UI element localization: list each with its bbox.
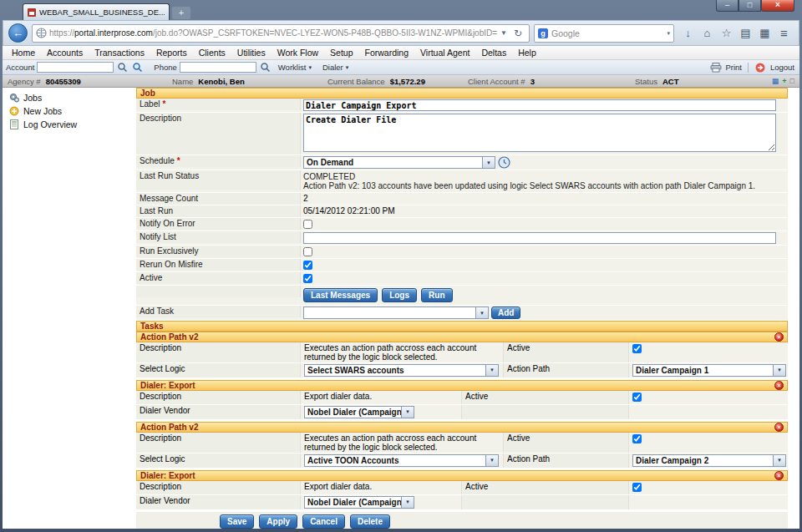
back-button[interactable]: ← [8,23,28,43]
minimize-button[interactable]: – [716,0,739,12]
reload-icon[interactable]: ↻ [510,28,525,39]
maximize-button[interactable]: □ [739,0,761,12]
menu-icon[interactable]: ≡ [774,24,794,43]
action-path-select[interactable]: Dialer Campaign 1▼ [632,364,786,377]
select-logic-select[interactable]: Active TOON Accounts▼ [304,454,499,467]
print-label[interactable]: Print [725,63,742,72]
task-active-checkbox[interactable] [632,483,642,492]
account-advanced-search-icon[interactable] [131,61,144,73]
balance-value: $1,572.29 [390,77,425,86]
message-count-value: 2 [303,194,308,203]
task-active-checkbox[interactable] [632,344,642,353]
menu-item-reports[interactable]: Reports [150,48,193,58]
dialer-vendor-select[interactable]: Nobel Dialer (Campaign 2)▼ [304,496,414,509]
apply-button[interactable]: Apply [259,514,297,529]
popout-icon[interactable]: □ [790,77,794,85]
search-input[interactable]: Google [551,28,663,38]
task-active-checkbox[interactable] [632,393,642,402]
menu-item-clients[interactable]: Clients [193,48,231,58]
active-checkbox[interactable] [303,274,312,283]
task-header: Action Path v2 × [136,332,788,342]
delete-button[interactable]: Delete [350,514,390,529]
grid-icon[interactable]: ▦ [772,77,779,85]
select-logic-select[interactable]: Select SWARS accounts▼ [304,364,499,377]
required-icon: * [162,99,165,109]
notify-list-input[interactable] [303,232,776,244]
notify-on-error-label: Notify On Error [136,218,301,230]
sidebar-item-new-jobs[interactable]: New Jobs [3,104,136,118]
add-task-select[interactable]: ▼ [303,307,489,319]
rerun-on-misfire-checkbox[interactable] [303,261,312,270]
task-description: Export dialer data. [301,391,462,404]
new-tab-button[interactable]: + [172,7,190,19]
delete-task-icon[interactable]: × [774,381,784,390]
notify-on-error-checkbox[interactable] [303,220,312,229]
add-task-button[interactable]: Add [491,307,520,319]
new-job-icon [9,106,19,116]
last-run-value: 05/14/2012 02:21:00 PM [303,206,395,215]
worklist-dropdown[interactable]: Worklist▾ [274,63,316,72]
menu-item-utilities[interactable]: Utilities [231,48,272,58]
save-button[interactable]: Save [220,514,254,529]
menu-item-forwarding[interactable]: Forwarding [359,48,415,58]
task-active-checkbox[interactable] [632,434,642,443]
task-title: Action Path v2 [140,423,198,432]
schedule-select[interactable]: On Demand ▼ [303,156,495,169]
panels-icon[interactable]: ▦ [755,24,774,43]
menu-item-transactions[interactable]: Transactions [89,48,150,58]
description-textarea[interactable]: Create Dialer File [303,114,776,152]
dialer-vendor-select[interactable]: Nobel Dialer (Campaign 1)▼ [304,406,414,418]
logout-label[interactable]: Logout [770,63,794,72]
logs-button[interactable]: Logs [382,288,417,302]
browser-tab[interactable]: WEBAR_SMALL_BUSINESS_DE... [23,3,170,20]
run-button[interactable]: Run [421,288,452,302]
search-engine-dropdown-icon[interactable]: ▾ [667,30,670,37]
chevron-down-icon: ▾ [308,64,312,71]
account-input[interactable] [37,62,114,73]
menu-item-help[interactable]: Help [512,48,542,58]
run-exclusively-checkbox[interactable] [303,247,312,256]
sidebar-item-log-overview[interactable]: Log Overview [3,118,136,131]
delete-task-icon[interactable]: × [774,471,784,480]
menu-item-accounts[interactable]: Accounts [41,48,89,58]
task-dialer-export: Dialer: Export × Description Export dial… [136,470,788,510]
logout-icon[interactable] [754,61,767,73]
sidebar-item-jobs[interactable]: Jobs [3,91,136,104]
menu-item-deltas[interactable]: Deltas [475,48,512,58]
phone-label: Phone [154,63,176,72]
schedule-calendar-icon[interactable] [498,156,510,169]
task-row: Description Executes an action path accr… [136,433,788,453]
download-icon[interactable]: ↓ [678,24,698,43]
dialer-dropdown[interactable]: Dialer▾ [318,63,353,72]
delete-task-icon[interactable]: × [774,423,784,432]
bookmarks-icon[interactable]: ▤ [736,24,755,43]
url-text: https://portal.interprose.com/job.do?OWA… [49,28,497,38]
phone-input[interactable] [180,62,256,73]
menu-item-setup[interactable]: Setup [324,48,358,58]
url-bar[interactable]: https://portal.interprose.com/job.do?OWA… [32,24,530,43]
star-icon[interactable]: ☆ [717,24,736,43]
chevron-down-icon: ▼ [401,407,414,418]
menu-item-home[interactable]: Home [6,48,41,58]
home-icon[interactable]: ⌂ [698,24,717,43]
task-active-label: Active [504,433,629,453]
close-button[interactable]: × [761,0,794,12]
last-messages-button[interactable]: Last Messages [303,288,378,302]
label-input[interactable] [303,99,776,111]
window-controls: – □ × [716,0,794,12]
menu-item-work-flow[interactable]: Work Flow [272,48,324,58]
plus-icon[interactable]: + [782,77,786,85]
cancel-button[interactable]: Cancel [302,514,345,529]
url-dropdown-icon[interactable]: ▼ [497,29,510,37]
print-icon[interactable] [709,61,722,73]
search-box[interactable]: g Google ▾ [534,24,674,43]
phone-search-icon[interactable] [259,61,272,73]
account-search-icon[interactable] [116,61,129,73]
menu-item-virtual-agent[interactable]: Virtual Agent [414,48,475,58]
form-row-notify-on-error: Notify On Error [136,218,788,231]
action-path-select[interactable]: Dialer Campaign 2▼ [632,454,786,467]
schedule-field-label: Schedule* [136,155,301,167]
delete-task-icon[interactable]: × [774,332,784,342]
search-engine-icon[interactable]: g [538,28,548,38]
active-label: Active [136,272,301,284]
